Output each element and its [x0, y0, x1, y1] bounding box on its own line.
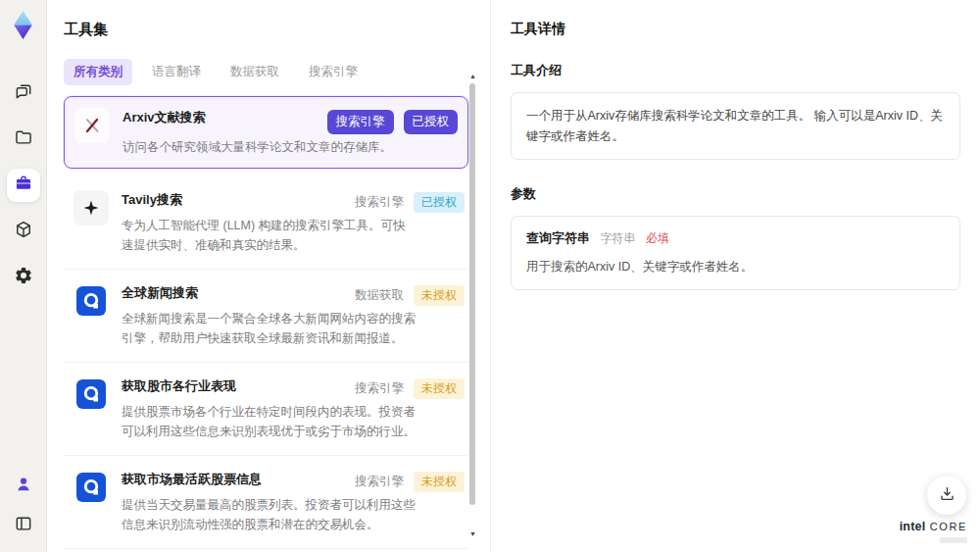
news-service-logo-icon: [74, 283, 109, 319]
main-content: 工具集 所有类别 语言翻译 数据获取 搜索引擎: [47, 0, 980, 552]
gear-icon: [14, 266, 33, 289]
tool-title: Tavily搜索: [122, 190, 182, 210]
tool-description: 提供当天交易量最高的股票列表。投资者可以利用这些信息来识别流动性强的股票和潜在的…: [122, 495, 417, 534]
download-button[interactable]: [927, 476, 966, 515]
intel-logo-subtext: [940, 537, 967, 543]
sidebar-item-collapse-panel[interactable]: [7, 509, 40, 542]
tool-category-label: 搜索引擎: [355, 474, 404, 490]
tool-details-panel: 工具详情 工具介绍 一个用于从Arxiv存储库搜索科学论文和文章的工具。 输入可…: [490, 0, 980, 552]
tool-description: 全球新闻搜索是一个聚合全球各大新闻网站内容的搜索引擎，帮助用户快速获取全球最新资…: [122, 309, 417, 348]
tool-auth-badge: 未授权: [414, 285, 465, 306]
tool-list-scrollbar[interactable]: ▲ ▼: [468, 71, 477, 552]
tool-category-label: 搜索引擎: [355, 380, 404, 397]
chat-icon: [14, 81, 33, 105]
tab-data-fetch[interactable]: 数据获取: [220, 59, 289, 85]
panel-layout-icon: [14, 514, 33, 537]
param-required-flag: 必填: [646, 231, 669, 245]
tool-description: 访问各个研究领域大量科学论文和文章的存储库。: [122, 137, 418, 157]
tool-card-body: Arxiv文献搜索 搜索引擎 已授权 访问各个研究领域大量科学论文和文章的存储库…: [122, 108, 458, 157]
tool-meta: 搜索引擎 未授权: [355, 376, 465, 399]
tool-meta: 搜索引擎 已授权: [327, 108, 459, 134]
core-brand-text: CORE: [930, 521, 967, 532]
tool-category-label: 搜索引擎: [355, 194, 404, 211]
param-name: 查询字符串: [526, 230, 590, 245]
tool-auth-badge: 已授权: [404, 110, 459, 134]
tool-card-global-news[interactable]: 全球新闻搜索 数据获取 未授权 全球新闻搜索是一个聚合全球各大新闻网站内容的搜索…: [64, 270, 468, 363]
tool-intro-text: 一个用于从Arxiv存储库搜索科学论文和文章的工具。 输入可以是Arxiv ID…: [526, 109, 943, 143]
sidebar-bottom: [7, 470, 40, 542]
arxiv-logo-icon: [74, 108, 110, 143]
intel-brand-text: intel: [900, 520, 926, 533]
sidebar-item-chat[interactable]: [7, 76, 40, 110]
tool-card-arxiv[interactable]: Arxiv文献搜索 搜索引擎 已授权 访问各个研究领域大量科学论文和文章的存储库…: [64, 96, 468, 169]
news-service-logo-icon: [74, 470, 109, 505]
intro-section-heading: 工具介绍: [511, 62, 960, 79]
tool-auth-badge: 未授权: [414, 378, 465, 399]
scroll-up-arrow[interactable]: ▲: [468, 73, 477, 80]
tool-card-active-stocks[interactable]: 获取市场最活跃股票信息 搜索引擎 未授权 提供当天交易量最高的股票列表。投资者可…: [64, 456, 468, 549]
scrollbar-thumb[interactable]: [469, 83, 475, 505]
tool-category-badge: 搜索引擎: [327, 110, 394, 134]
tool-meta: 数据获取 未授权: [355, 283, 465, 306]
app-logo-icon: [7, 9, 39, 41]
tab-search-engine[interactable]: 搜索引擎: [299, 59, 368, 85]
tool-description: 提供股票市场各个行业在特定时间段内的表现。投资者可以利用这些信息来识别表现优于或…: [122, 402, 417, 441]
download-icon: [938, 484, 956, 507]
page-title: 工具集: [64, 21, 466, 39]
sidebar-item-tools[interactable]: [7, 169, 40, 202]
param-box: 查询字符串 字符串 必填 用于搜索的Arxiv ID、关键字或作者姓名。: [511, 216, 960, 290]
tab-all-categories[interactable]: 所有类别: [64, 59, 132, 85]
param-type: 字符串: [600, 231, 635, 245]
tool-card-tavily[interactable]: Tavily搜索 搜索引擎 已授权 专为人工智能代理 (LLM) 构建的搜索引擎…: [64, 176, 468, 270]
sidebar: [0, 0, 47, 552]
tool-auth-badge: 未授权: [414, 472, 465, 492]
tool-title: 全球新闻搜索: [122, 283, 198, 303]
sidebar-item-settings[interactable]: [7, 261, 40, 294]
tool-description: 专为人工智能代理 (LLM) 构建的搜索引擎工具。可快速提供实时、准确和真实的结…: [122, 216, 417, 255]
toolset-panel: 工具集 所有类别 语言翻译 数据获取 搜索引擎: [47, 0, 490, 552]
user-avatar-icon: [14, 475, 33, 498]
tool-category-label: 数据获取: [355, 287, 404, 304]
tool-title: Arxiv文献搜索: [122, 108, 206, 127]
tool-meta: 搜索引擎 未授权: [355, 470, 465, 492]
news-service-logo-icon: [74, 376, 109, 412]
tool-card-body: 获取市场最活跃股票信息 搜索引擎 未授权 提供当天交易量最高的股票列表。投资者可…: [122, 470, 465, 534]
params-section-heading: 参数: [511, 185, 960, 203]
detail-panel-title: 工具详情: [511, 21, 960, 38]
tool-card-body: 获取股市各行业表现 搜索引擎 未授权 提供股票市场各个行业在特定时间段内的表现。…: [122, 376, 465, 441]
cube-icon: [14, 220, 33, 243]
tavily-star-icon: [74, 190, 109, 226]
folder-icon: [14, 127, 33, 151]
tool-list: Arxiv文献搜索 搜索引擎 已授权 访问各个研究领域大量科学论文和文章的存储库…: [64, 96, 468, 552]
tool-meta: 搜索引擎 已授权: [355, 190, 465, 213]
sidebar-item-models[interactable]: [7, 215, 40, 248]
sidebar-item-files[interactable]: [7, 123, 40, 156]
tool-card-body: 全球新闻搜索 数据获取 未授权 全球新闻搜索是一个聚合全球各大新闻网站内容的搜索…: [122, 283, 465, 348]
tool-card-body: Tavily搜索 搜索引擎 已授权 专为人工智能代理 (LLM) 构建的搜索引擎…: [122, 190, 465, 255]
tool-card-sector-performance[interactable]: 获取股市各行业表现 搜索引擎 未授权 提供股票市场各个行业在特定时间段内的表现。…: [64, 363, 468, 456]
param-description: 用于搜索的Arxiv ID、关键字或作者姓名。: [526, 257, 945, 277]
tool-title: 获取股市各行业表现: [122, 376, 236, 396]
app-window: 工具集 所有类别 语言翻译 数据获取 搜索引擎: [0, 0, 980, 552]
tool-auth-badge: 已授权: [414, 192, 465, 213]
scroll-down-arrow[interactable]: ▼: [468, 530, 477, 538]
sidebar-item-user[interactable]: [7, 470, 40, 503]
intel-core-logo: intel CORE: [900, 517, 967, 543]
tool-title: 获取市场最活跃股票信息: [122, 470, 262, 489]
tab-language-translation[interactable]: 语言翻译: [142, 59, 211, 85]
param-header: 查询字符串 字符串 必填: [526, 229, 945, 248]
briefcase-icon: [14, 174, 33, 197]
tool-intro-box: 一个用于从Arxiv存储库搜索科学论文和文章的工具。 输入可以是Arxiv ID…: [511, 92, 960, 160]
category-tabs: 所有类别 语言翻译 数据获取 搜索引擎: [64, 59, 466, 85]
